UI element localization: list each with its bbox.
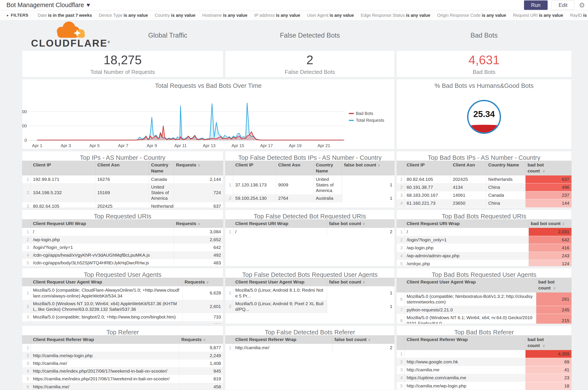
table-cell: 41 [525,366,572,374]
table-cell: 16276 [95,175,149,183]
table-cell: http://camilia.me [404,366,525,374]
column-header[interactable]: Client Request User Agent Wrap [31,278,182,286]
data-table: Client IPClient AsnCountry Namebad botco… [397,161,572,208]
column-header[interactable]: bad botcount ∨ [525,161,572,175]
row-number: 2 [22,183,31,202]
row-number-header [22,335,31,344]
column-header[interactable]: Client Request URI Wrap [233,219,327,228]
column-header[interactable]: bad bot count∨ [529,219,572,228]
filter-item-list: Date is in the past 7 weeksDevice Type i… [38,13,588,18]
column-header[interactable]: Client Request Referer Wrap [31,335,179,344]
panel-bad-uris: Top Bad Bots Requested URIs Client Reque… [396,210,572,266]
column-header[interactable]: false bot count∨ [332,335,394,344]
table-row: 368.183.200.16714061Canada237 [397,191,572,199]
svg-text:Apr 19: Apr 19 [289,143,301,148]
table-row: 3/login/?login_only=1642 [22,244,223,251]
table-cell: 3,084 [174,228,223,236]
filter-item[interactable]: IP address is any value [254,13,300,18]
filter-item[interactable]: RayID is any value [570,13,588,18]
gear-icon[interactable]: ⚙ [579,1,585,9]
table-row: 180.82.64.105202425Netherlands637 [397,175,572,183]
svg-text:Apr 17: Apr 17 [260,143,273,148]
table-cell: 2,031 [529,228,572,236]
table-cell: 458 [179,383,223,390]
kpi-false-detected-bots-value: 2 [306,53,313,67]
row-number-header [225,335,233,344]
filters-expand-icon[interactable]: ▸ [7,13,9,18]
table-row: 3Mozilla/5.0 (compatible; bingbot/2.0; +… [22,313,223,321]
legend-label: Total Requests [356,118,384,123]
column-header[interactable]: Client Request Referer Wrap [233,335,332,344]
filter-item[interactable]: Edge Response Status is any value [361,13,430,18]
timeseries-chart[interactable]: 0100200Apr 1Apr 3Apr 5Apr 7Apr 9Apr 11Ap… [22,89,394,149]
sort-chevron-icon: ∨ [206,280,209,284]
column-header[interactable]: Country Name [314,161,342,175]
table-cell: http://camilia.me/wp-login.php [31,352,179,359]
legend-item[interactable]: Total Requests [349,118,384,123]
legend-item[interactable]: Bad Bots [349,111,384,116]
column-header[interactable]: Requests∨ [182,278,223,286]
table-cell: 2,249 [179,352,223,359]
gauge-value: 25.34 [468,109,500,119]
kpi-bad-bots-value: 4,631 [468,53,499,67]
table-row: 380.82.64.105202425Netherlands637 [22,202,223,208]
column-header[interactable]: Client Request User Agent Wrap [404,278,536,292]
row-number: 3 [397,191,404,199]
column-header[interactable]: Client IP [31,161,95,175]
column-header[interactable]: Client Asn [276,161,314,175]
table-cell: 261 [536,292,572,306]
table-cell: http://camilia.me/ [31,359,179,367]
column-header[interactable]: bad botcount ∨ [525,335,572,350]
column-header[interactable]: Client Request URI Wrap [31,219,174,228]
filter-item[interactable]: Country is any value [155,13,196,18]
column-header[interactable]: Country Name [486,161,525,175]
column-header[interactable]: Requests∨ [179,335,223,344]
column-header[interactable]: Requests∨ [174,161,223,175]
table-cell [404,350,525,358]
data-table: Client Request User Agent Wrapfalse bot … [225,278,394,313]
sort-chevron-icon: ∨ [197,163,200,167]
row-number: 2 [397,358,404,366]
filter-item[interactable]: Origin Response Code is any value [437,13,506,18]
top-bar: Bot Management Cloudflare ♥ Run Edit ⚙ [0,0,588,10]
row-number: 1 [225,175,233,195]
filters-label[interactable]: FILTERS [11,13,28,18]
column-header[interactable]: Client Asn [450,161,486,175]
panel-false-ips: Top False Detected Bots IPs - AS Number … [225,151,395,208]
table-cell: Mozilla/5.0 (Linux; Android 9; Pixel 2 X… [233,300,327,313]
table-cell: Netherlands [486,175,525,183]
filter-item[interactable]: Date is in the past 7 weeks [38,13,92,18]
column-header[interactable]: Client IP [233,161,276,175]
table-title: Top Requested URIs [22,210,223,219]
filter-item[interactable]: Device Type is any value [99,13,148,18]
column-header[interactable]: false bot count∨ [327,219,394,228]
filter-item[interactable]: User Agent is any value [307,13,354,18]
table-row: 2http://www.google.com.hk69 [397,358,572,366]
table-cell: 15169 [95,183,149,202]
table-cell: /login/?login_only=1 [404,236,529,244]
panel-top-user-agents: Top Requested User Agents Client Request… [22,268,223,324]
column-header[interactable]: Country Name [149,161,174,175]
table-title: Top Bad Bots Requested User Agents [397,268,572,278]
column-header[interactable]: bad botcount ∨ [536,278,572,292]
column-header[interactable]: Client IP [404,161,450,175]
column-header[interactable]: Client Request URI Wrap [404,219,529,228]
bad-bots-gauge[interactable]: 25.34 [467,100,501,134]
column-header[interactable]: Client Asn [95,161,149,175]
column-header[interactable]: false bot count∨ [342,161,394,175]
column-header[interactable]: false bot count∨ [327,278,394,286]
filter-item[interactable]: Hostname is any value [202,13,247,18]
column-header[interactable]: Requests∨ [174,219,223,228]
sort-chevron-icon: ∨ [368,338,371,342]
filter-item[interactable]: Request URI is any value [513,13,563,18]
column-header[interactable]: Client Request User Agent Wrap [233,278,327,286]
data-table: Client Request URI Wrapfalse bot count∨1… [225,219,394,236]
kpi-false-detected-bots-label: False Detected Bots [285,69,335,75]
table-cell: /wp-login.php [31,236,174,244]
table-cell: 416 [529,244,572,252]
edit-button[interactable]: Edit [551,0,575,10]
sort-chevron-icon: ∨ [542,169,545,173]
column-header[interactable]: Client Request Referer Wrap [404,335,525,350]
run-button[interactable]: Run [524,0,548,10]
table-cell: 681 [182,321,223,324]
